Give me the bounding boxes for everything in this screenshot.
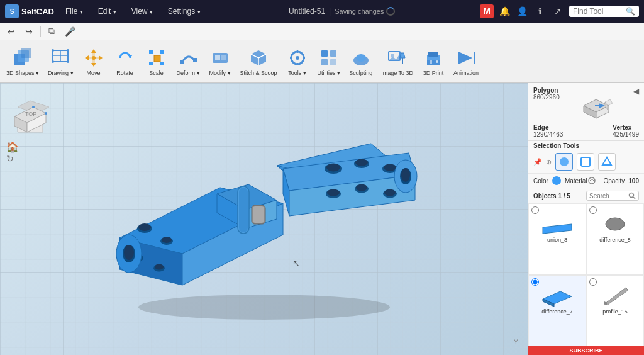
svg-point-49 xyxy=(436,60,438,63)
object-union-8[interactable]: union_8 xyxy=(528,203,586,275)
y-axis-label: Y xyxy=(514,338,518,346)
toolbar-rotate[interactable]: Rotate xyxy=(110,44,140,79)
object-radio-profile-15[interactable] xyxy=(589,278,597,286)
objects-grid: union_8 difference_8 xyxy=(528,203,644,346)
rotate-label: Rotate xyxy=(116,70,133,77)
object-radio-difference-8[interactable] xyxy=(589,206,597,214)
toolbar-animation[interactable]: Animation xyxy=(450,44,482,79)
redo-button[interactable]: ↪ xyxy=(23,25,35,38)
svg-marker-43 xyxy=(400,53,405,58)
copy-button[interactable]: ⧉ xyxy=(46,25,57,38)
menu-view[interactable]: View ▾ xyxy=(128,6,157,17)
nav-cube-svg: TOP xyxy=(5,88,55,138)
selection-tools-section-label: Selection Tools xyxy=(528,140,644,150)
modify-icon xyxy=(209,47,231,69)
svg-rect-18 xyxy=(154,55,160,62)
subscribe-banner[interactable]: SUBSCRIBE xyxy=(528,346,644,355)
object-radio-union-8[interactable] xyxy=(531,206,539,214)
menu-file[interactable]: File ▾ xyxy=(62,6,87,17)
undo-button[interactable]: ↩ xyxy=(5,25,18,38)
saving-spinner xyxy=(386,7,395,16)
svg-marker-42 xyxy=(389,55,400,60)
topbar-bell-icon[interactable]: 🔔 xyxy=(499,5,511,18)
svg-rect-114 xyxy=(581,157,590,166)
vertex-value: 425/1499 xyxy=(613,131,639,138)
app-logo: S SelfCAD xyxy=(5,4,54,18)
svg-point-9 xyxy=(67,60,69,63)
topbar-info-icon[interactable]: ℹ xyxy=(534,5,547,18)
sel-tools-add[interactable]: ⊕ xyxy=(546,158,552,166)
sel-tool-edge[interactable] xyxy=(577,153,594,171)
diff8-thumb xyxy=(599,215,631,234)
svg-point-60 xyxy=(162,237,172,243)
toolbar-deform[interactable]: Deform ▾ xyxy=(173,44,204,79)
toolbar-move[interactable]: Move xyxy=(79,44,109,79)
rotate-viewport-button[interactable]: ↻ xyxy=(6,154,14,164)
objects-count-label: Objects 1 / 5 xyxy=(533,193,582,200)
navigation-cube[interactable]: TOP xyxy=(5,88,55,138)
topbar-share-icon[interactable]: ↗ xyxy=(552,5,564,18)
svg-rect-34 xyxy=(321,50,328,57)
object-difference-8[interactable]: difference_8 xyxy=(586,203,644,275)
saving-text: Saving changes xyxy=(335,8,384,15)
mesh-preview-icon xyxy=(577,87,615,121)
mic-button[interactable]: 🎤 xyxy=(62,25,78,38)
toolbar-stitch-scoop[interactable]: Stitch & Scoop xyxy=(236,44,281,79)
panel-collapse-button[interactable]: ◀ xyxy=(633,87,639,96)
drawing-icon xyxy=(49,47,72,69)
find-tool-input[interactable] xyxy=(573,7,623,16)
sel-tool-polygon[interactable] xyxy=(555,153,573,171)
toolbar-sculpting[interactable]: Sculpting xyxy=(345,44,376,79)
object-difference-7[interactable]: difference_7 xyxy=(528,275,586,347)
toolbar-drawing[interactable]: Drawing ▾ xyxy=(44,44,77,79)
profile15-thumb xyxy=(599,286,631,305)
object-thumb-difference-8 xyxy=(599,213,631,235)
sculpting-label: Sculpting xyxy=(349,70,372,77)
polygon-label: Polygon xyxy=(533,87,560,94)
object-thumb-union-8 xyxy=(541,213,573,235)
topbar: S SelfCAD File ▾ Edit ▾ View ▾ Settings … xyxy=(0,0,644,23)
toolbar-modify[interactable]: Modify ▾ xyxy=(205,44,235,79)
undoredo-bar: ↩ ↪ ⧉ 🎤 xyxy=(0,23,644,40)
menu-settings[interactable]: Settings ▾ xyxy=(164,6,204,17)
search-icon[interactable] xyxy=(628,192,636,200)
find-tool-container: 🔍 xyxy=(569,6,639,17)
object-name-difference-7: difference_7 xyxy=(541,308,572,315)
home-viewport-button[interactable]: 🏠 xyxy=(6,141,19,153)
move-label: Move xyxy=(87,70,101,77)
sel-tools-pin[interactable]: 📌 xyxy=(533,158,542,166)
svg-point-116 xyxy=(589,178,595,184)
toolbar-3d-print[interactable]: 3D Print xyxy=(418,44,448,79)
svg-rect-27 xyxy=(221,55,226,60)
toolbar-image-to-3d[interactable]: Image To 3D xyxy=(377,44,417,79)
svg-point-103 xyxy=(32,106,35,108)
menu-edit[interactable]: Edit ▾ xyxy=(94,6,120,17)
color-swatch[interactable] xyxy=(552,176,561,185)
svg-point-113 xyxy=(560,157,569,166)
opacity-label: Opacity xyxy=(603,178,625,184)
object-name-difference-8: difference_8 xyxy=(599,237,630,243)
svg-rect-2 xyxy=(21,48,31,58)
toolbar-utilities[interactable]: Utilities ▾ xyxy=(314,44,345,79)
svg-point-80 xyxy=(326,164,340,172)
modify-label: Modify ▾ xyxy=(209,70,231,77)
toolbar-3d-shapes[interactable]: 3D Shapes ▾ xyxy=(3,44,43,79)
rotate-icon xyxy=(114,47,136,69)
sel-tool-vertex[interactable] xyxy=(598,153,616,171)
svg-marker-123 xyxy=(604,288,628,305)
search-input[interactable] xyxy=(589,193,627,200)
svg-rect-46 xyxy=(430,60,432,64)
utilities-icon xyxy=(318,47,340,69)
object-profile-15[interactable]: profile_15 xyxy=(586,275,644,347)
toolbar-scale[interactable]: Scale xyxy=(142,44,172,79)
find-tool-search-icon[interactable]: 🔍 xyxy=(626,7,635,16)
toolbar-tools[interactable]: Tools ▾ xyxy=(282,44,313,79)
stitch-scoop-icon xyxy=(247,47,270,69)
svg-point-64 xyxy=(155,264,164,270)
topbar-user-icon[interactable]: 👤 xyxy=(516,5,529,18)
drawing-label: Drawing ▾ xyxy=(48,70,74,77)
3d-print-label: 3D Print xyxy=(423,70,444,77)
viewport[interactable]: ↖ TOP 🏠 ↻ Y xyxy=(0,83,528,355)
object-radio-difference-7[interactable] xyxy=(531,278,539,286)
topbar-m-icon[interactable]: M xyxy=(480,4,494,18)
